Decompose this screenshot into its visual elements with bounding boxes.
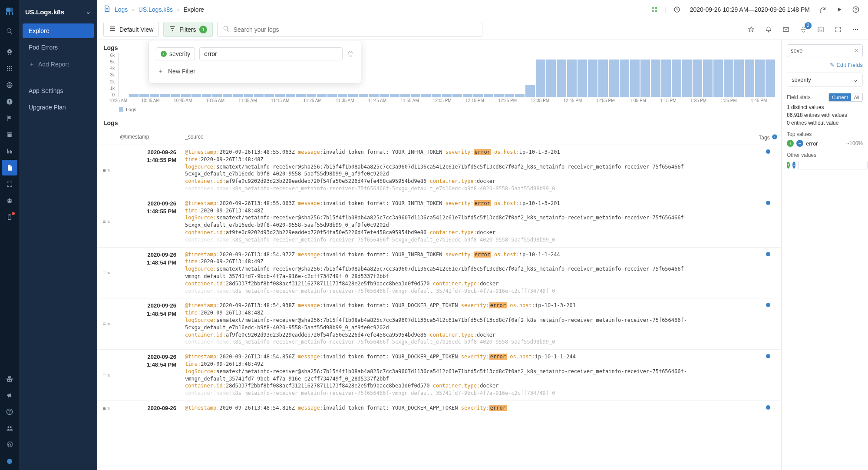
more-icon[interactable] bbox=[849, 23, 862, 36]
top-value-row: + − error ~100% bbox=[787, 140, 863, 147]
filter-value-input[interactable] bbox=[199, 47, 343, 60]
globe-icon[interactable] bbox=[2, 77, 17, 93]
col-timestamp[interactable]: @timestamp bbox=[116, 130, 181, 145]
filters-button[interactable]: Filters 1 bbox=[163, 22, 213, 37]
flag-icon[interactable] bbox=[2, 110, 17, 126]
hamburger-icon[interactable]: ≡ bbox=[102, 320, 106, 328]
megaphone-icon[interactable] bbox=[2, 387, 17, 403]
filter-field-chip[interactable]: + severity bbox=[156, 47, 195, 60]
exclude-filter-icon[interactable]: − bbox=[796, 140, 803, 147]
gift-icon[interactable] bbox=[2, 371, 17, 387]
sidebar-item-app-settings[interactable]: App Settings bbox=[23, 83, 94, 98]
search-icon[interactable] bbox=[2, 23, 17, 39]
tag-dot[interactable] bbox=[766, 303, 770, 307]
hamburger-icon[interactable]: ≡ bbox=[102, 218, 106, 225]
exclude-filter-icon[interactable]: − bbox=[792, 162, 795, 169]
help-icon[interactable]: ? bbox=[850, 3, 862, 16]
sort-icon[interactable]: ⇅ bbox=[108, 270, 110, 276]
default-view-button[interactable]: Default View bbox=[103, 22, 159, 37]
tag-dot[interactable] bbox=[766, 354, 770, 358]
tag-dot[interactable] bbox=[766, 405, 770, 410]
archive-icon[interactable] bbox=[2, 127, 17, 142]
chevron-down-icon: ⌄ bbox=[853, 76, 858, 83]
hamburger-icon[interactable]: ≡ bbox=[102, 167, 106, 174]
rocket-icon[interactable] bbox=[2, 44, 17, 60]
hamburger-icon[interactable]: ≡ bbox=[102, 405, 106, 412]
sidebar-item-pod-errors[interactable]: Pod Errors bbox=[23, 40, 94, 55]
app-selector[interactable]: US.Logs.k8s ⌄ bbox=[19, 4, 97, 23]
expand-icon[interactable] bbox=[832, 23, 845, 36]
robot-icon[interactable] bbox=[2, 193, 17, 209]
log-row[interactable]: ≡⇅2020-09-261:48:54 PM@timestamp:2020-09… bbox=[97, 298, 781, 350]
col-tags[interactable]: Tags i bbox=[755, 130, 781, 145]
svg-rect-4 bbox=[9, 100, 10, 102]
grid-icon[interactable] bbox=[2, 61, 17, 76]
recycle-icon[interactable]: 2 bbox=[797, 23, 810, 36]
hamburger-icon[interactable]: ≡ bbox=[102, 371, 106, 379]
chart-legend: Logs bbox=[103, 105, 775, 112]
stat-without: 0 entries without value bbox=[787, 120, 863, 126]
sort-icon[interactable]: ⇅ bbox=[108, 218, 110, 225]
clipboard-icon[interactable] bbox=[2, 209, 17, 225]
focus-icon[interactable] bbox=[2, 176, 17, 192]
col-source[interactable]: _source bbox=[181, 130, 755, 145]
document-icon[interactable] bbox=[2, 160, 17, 175]
info-icon[interactable]: i bbox=[772, 134, 778, 141]
sort-icon[interactable]: ⇅ bbox=[108, 321, 110, 327]
svg-point-25 bbox=[857, 29, 858, 30]
sidebar-item-upgrade[interactable]: Upgrade Plan bbox=[23, 100, 94, 115]
log-row[interactable]: ≡⇅2020-09-26@timestamp:2020-09-26T13:48:… bbox=[97, 401, 781, 416]
edit-fields-button[interactable]: ✎ Edit Fields bbox=[787, 62, 863, 68]
breadcrumb-app[interactable]: US.Logs.k8s bbox=[139, 6, 173, 13]
new-filter-button[interactable]: ＋ New Filter bbox=[156, 66, 354, 76]
main: Logs › US.Logs.k8s › Explore | 2020-09-2… bbox=[97, 0, 868, 470]
gear-icon[interactable] bbox=[2, 437, 17, 453]
sort-icon[interactable]: ⇅ bbox=[108, 405, 110, 411]
log-row[interactable]: ≡⇅2020-09-261:48:54 PM@timestamp:2020-09… bbox=[97, 248, 781, 299]
hamburger-icon[interactable]: ≡ bbox=[102, 269, 106, 277]
field-severity-accordion[interactable]: severity ⌄ bbox=[787, 73, 863, 87]
filter-popover: + severity ＋ New Filter bbox=[149, 40, 361, 83]
chart-icon[interactable] bbox=[2, 143, 17, 159]
close-icon[interactable]: ✕ bbox=[854, 47, 859, 54]
svg-point-1 bbox=[9, 7, 13, 12]
log-row[interactable]: ≡⇅2020-09-261:48:55 PM@timestamp:2020-09… bbox=[97, 145, 781, 196]
tag-dot[interactable] bbox=[766, 149, 770, 154]
add-filter-icon[interactable]: + bbox=[787, 140, 794, 147]
add-report-button[interactable]: ＋ Add Report bbox=[23, 56, 94, 72]
star-icon[interactable] bbox=[745, 23, 758, 36]
other-value-input[interactable] bbox=[798, 161, 868, 169]
chevron-right-icon: › bbox=[177, 6, 179, 13]
tag-dot[interactable] bbox=[766, 201, 770, 205]
search-field[interactable] bbox=[233, 26, 476, 33]
filter-icon bbox=[169, 25, 176, 33]
stats-scope-toggle[interactable]: Current All bbox=[828, 93, 863, 102]
svg-text:?: ? bbox=[855, 7, 857, 12]
sidebar-item-explore[interactable]: Explore bbox=[23, 23, 94, 38]
log-row[interactable]: ≡⇅2020-09-261:48:54 PM@timestamp:2020-09… bbox=[97, 350, 781, 401]
sort-icon[interactable]: ⇅ bbox=[108, 167, 110, 173]
trash-icon[interactable] bbox=[347, 50, 354, 58]
field-search[interactable]: seve ✕ bbox=[787, 44, 863, 57]
refresh-icon[interactable] bbox=[817, 3, 829, 16]
tag-dot[interactable] bbox=[766, 252, 770, 256]
bell-icon[interactable] bbox=[762, 23, 775, 36]
sort-icon[interactable]: ⇅ bbox=[108, 372, 110, 378]
help-icon[interactable] bbox=[2, 404, 17, 420]
terminal-icon[interactable] bbox=[814, 23, 827, 36]
search-input[interactable] bbox=[217, 22, 482, 37]
log-row[interactable]: ≡⇅2020-09-261:48:55 PM@timestamp:2020-09… bbox=[97, 196, 781, 248]
svg-point-24 bbox=[855, 29, 856, 30]
other-values-label: Other values bbox=[787, 152, 863, 158]
play-icon[interactable] bbox=[833, 3, 845, 16]
breadcrumb-root[interactable]: Logs bbox=[115, 6, 128, 13]
svg-rect-15 bbox=[655, 7, 657, 9]
add-filter-icon[interactable]: + bbox=[787, 162, 790, 169]
time-range[interactable]: 2020-09-26 10:29 AM—2020-09-26 1:48 PM bbox=[687, 6, 812, 13]
mail-icon[interactable] bbox=[779, 23, 792, 36]
alert-icon[interactable] bbox=[2, 94, 17, 109]
logs-panel: Logs @timestamp _source Tags i ≡⇅2020-09… bbox=[97, 115, 781, 470]
users-icon[interactable] bbox=[2, 420, 17, 436]
sphere-icon[interactable] bbox=[2, 453, 17, 469]
apps-icon[interactable] bbox=[648, 3, 660, 16]
